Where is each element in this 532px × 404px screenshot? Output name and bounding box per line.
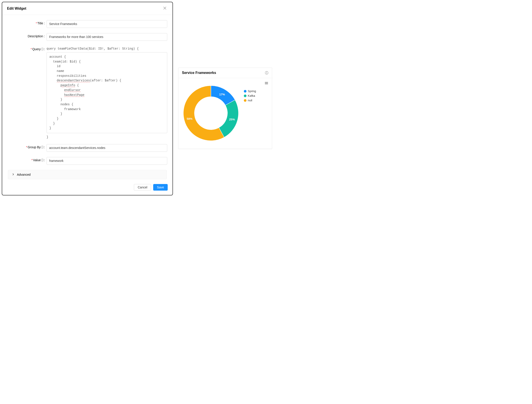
svg-rect-4 — [42, 49, 42, 50]
modal-body: *Title : Description : *Query: — [2, 15, 173, 181]
donut-chart[interactable]: 17%25%58% — [182, 84, 240, 142]
legend-dot-icon — [244, 99, 246, 102]
query-head: query teamPieChartData($id: ID!, $after:… — [46, 46, 167, 52]
info-icon[interactable] — [41, 146, 44, 149]
title-input[interactable] — [46, 20, 167, 28]
query-tail: } — [46, 133, 167, 139]
field-row-value: *Value: — [7, 157, 167, 165]
field-row-group-by: *Group By: — [7, 144, 167, 152]
svg-point-9 — [42, 159, 43, 160]
query-label: *Query: — [7, 46, 46, 51]
preview-header: Service Frameworks — [179, 68, 272, 78]
svg-rect-7 — [42, 147, 42, 148]
chart-slice-label: 17% — [219, 93, 225, 96]
preview-title: Service Frameworks — [182, 71, 216, 75]
svg-rect-13 — [266, 73, 267, 74]
cancel-button[interactable]: Cancel — [134, 184, 151, 191]
field-row-description: Description : — [7, 33, 167, 41]
modal-header: Edit Widget — [2, 2, 173, 15]
chart-menu-icon[interactable] — [265, 82, 268, 84]
edit-widget-modal: Edit Widget *Title : Description : — [2, 2, 173, 196]
field-row-title: *Title : — [7, 20, 167, 28]
legend-dot-icon — [244, 95, 246, 97]
value-input[interactable] — [46, 157, 167, 165]
modal-footer: Cancel Save — [2, 181, 173, 195]
chart-slice-label: 25% — [229, 118, 235, 121]
query-body-editor[interactable]: account { team(id: $id) { id name respon… — [46, 52, 167, 133]
save-button[interactable]: Save — [153, 184, 168, 191]
info-icon[interactable] — [41, 158, 44, 162]
group-by-label: *Group By: — [7, 144, 46, 149]
group-by-input[interactable] — [46, 144, 167, 152]
legend-label: Spring — [248, 89, 256, 93]
value-label: *Value: — [7, 157, 46, 162]
info-icon[interactable] — [41, 48, 44, 51]
chart-slice-label: 58% — [187, 117, 192, 120]
svg-point-12 — [266, 72, 267, 72]
legend-dot-icon — [244, 90, 246, 93]
description-label: Description : — [7, 33, 46, 38]
legend-label: Kafka — [248, 94, 255, 97]
advanced-section-toggle[interactable]: Advanced — [8, 170, 167, 179]
field-row-query: *Query: query teamPieChartData($id: ID!,… — [7, 46, 167, 139]
info-icon[interactable] — [265, 71, 269, 75]
modal-title: Edit Widget — [7, 6, 26, 11]
legend-item[interactable]: Spring — [244, 89, 256, 93]
description-input[interactable] — [46, 33, 167, 41]
widget-preview-card: Service Frameworks 17%25%58% SpringKafka… — [178, 68, 272, 149]
advanced-label: Advanced — [17, 173, 31, 176]
legend-label: null — [248, 99, 252, 102]
chevron-right-icon — [12, 173, 14, 176]
preview-body: 17%25%58% SpringKafkanull — [179, 78, 272, 149]
svg-rect-10 — [42, 160, 42, 161]
legend-item[interactable]: Kafka — [244, 94, 256, 97]
svg-point-3 — [42, 48, 43, 49]
chart-legend: SpringKafkanull — [244, 89, 256, 102]
title-label: *Title : — [7, 20, 46, 25]
close-icon[interactable] — [162, 6, 168, 11]
chart-slice[interactable] — [219, 100, 238, 137]
legend-item[interactable]: null — [244, 99, 256, 102]
svg-point-6 — [42, 146, 43, 147]
